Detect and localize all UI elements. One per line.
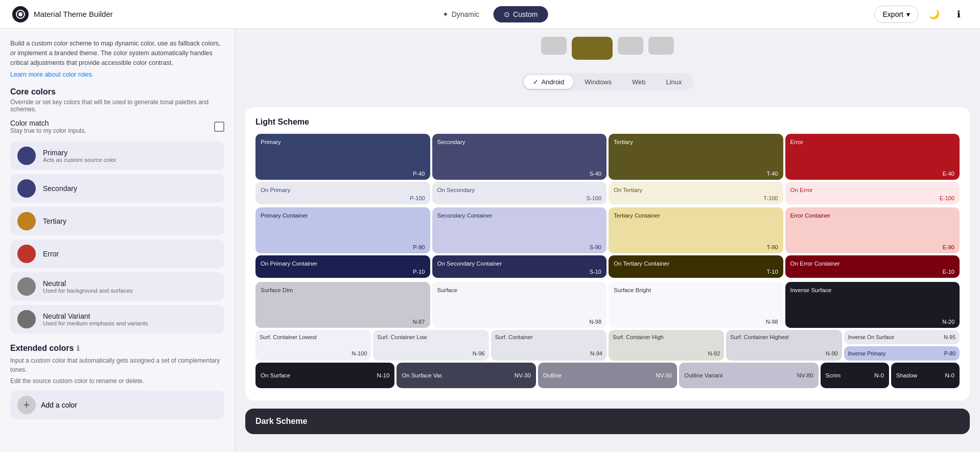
sc-mid-cell: Surf. Container N-94 [491, 330, 606, 361]
on-primary-code: P-100 [410, 195, 425, 201]
phone-mockup-2 [572, 37, 613, 60]
color-match-checkbox[interactable] [214, 122, 224, 132]
primary-color-swatch [17, 147, 36, 165]
on-error-container-label: On Error Container [790, 260, 955, 267]
color-item-neutral[interactable]: Neutral Used for background and surfaces [10, 272, 224, 301]
tertiary-container-cell: Tertiary Container T-90 [609, 207, 783, 253]
chevron-down-icon: ▾ [906, 10, 910, 18]
surface-bright-label: Surface Bright [614, 287, 778, 293]
sc-lowest-label: Surf. Container Lowest [260, 334, 367, 340]
outline-variant-code: NV-80 [797, 372, 813, 378]
outline-code: NV-50 [656, 372, 672, 378]
on-primary-container-cell: On Primary Container P-10 [255, 255, 430, 278]
neutral-variant-color-name: Neutral Variant [43, 312, 148, 320]
inverse-surface-code: N-20 [942, 319, 954, 325]
error-color-swatch [17, 245, 36, 263]
on-error-container-cell: On Error Container E-10 [785, 255, 960, 278]
custom-label: Custom [513, 10, 538, 18]
inverse-on-surface-code: N-95 [944, 334, 955, 340]
color-item-primary[interactable]: Primary Acts as custom source color [10, 141, 224, 170]
color-item-tertiary[interactable]: Tertiary [10, 207, 224, 235]
dark-scheme-card: Dark Scheme [245, 409, 970, 434]
color-match-sub: Stay true to my color inputs. [10, 127, 86, 134]
tab-linux[interactable]: Linux [657, 75, 691, 89]
outline-label: Outline [543, 372, 562, 378]
surf-container-row: Surf. Container Lowest N-100 Surf. Conta… [255, 330, 960, 361]
info-icon: ℹ [957, 9, 961, 20]
extended-section: Extended colors ℹ Input a custom color t… [10, 344, 224, 419]
surface-label: Surface [437, 287, 602, 293]
neutral-color-desc: Used for background and surfaces [43, 288, 133, 294]
add-color-label: Add a color [41, 401, 77, 409]
error-cell: Error E-40 [785, 134, 960, 180]
on-surface-var-label: On Surface Var. [402, 372, 443, 378]
color-item-error[interactable]: Error [10, 240, 224, 268]
logo [12, 6, 29, 22]
sc-high-cell: Surf. Container High N-92 [609, 330, 724, 361]
info-button[interactable]: ℹ [949, 5, 968, 23]
sc-highest-cell: Surf. Container Highest N-90 [726, 330, 842, 361]
tertiary-container-label: Tertiary Container [614, 212, 778, 219]
error-container-label: Error Container [790, 212, 955, 219]
inverse-stack: Inverse On Surface N-95 Inverse Primary … [844, 330, 960, 361]
on-secondary-label: On Secondary [437, 187, 602, 193]
core-colors-subtitle: Override or set key colors that will be … [10, 99, 224, 113]
svg-point-1 [18, 12, 22, 16]
shadow-cell: Shadow N-0 [891, 363, 960, 388]
error-container-code: E-90 [943, 244, 954, 250]
tab-windows[interactable]: Windows [575, 75, 621, 89]
color-match-row: Color match Stay true to my color inputs… [10, 119, 224, 134]
secondary-color-name: Secondary [43, 184, 77, 193]
add-icon: + [17, 396, 36, 414]
outline-variant-cell: Outline Variant NV-80 [679, 363, 818, 388]
nav-custom-button[interactable]: ⊙ Custom [494, 6, 548, 22]
header-left: Material Theme Builder [12, 6, 113, 22]
sc-lowest-cell: Surf. Container Lowest N-100 [255, 330, 371, 361]
inverse-surface-label: Inverse Surface [790, 287, 955, 293]
secondary-cell: Secondary S-40 [432, 134, 607, 180]
neutral-color-swatch [17, 277, 36, 296]
extended-title: Extended colors ℹ [10, 344, 224, 353]
color-item-secondary[interactable]: Secondary [10, 174, 224, 203]
scrim-cell: Scrim N-0 [821, 363, 889, 388]
primary-color-name: Primary [43, 149, 116, 157]
on-surface-var-code: NV-30 [515, 372, 531, 378]
extended-subtitle1: Input a custom color that automatically … [10, 356, 224, 374]
info-small-icon: ℹ [77, 344, 79, 352]
secondary-cell-code: S-40 [590, 171, 601, 177]
color-item-neutral-variant[interactable]: Neutral Variant Used for medium emphasis… [10, 305, 224, 334]
outline-cell: Outline NV-50 [538, 363, 677, 388]
theme-toggle-button[interactable]: 🌙 [925, 5, 943, 23]
scheme-row-1b: On Primary P-100 On Secondary S-100 On T… [255, 182, 960, 204]
tab-android[interactable]: ✓ Android [524, 75, 573, 89]
tertiary-container-code: T-90 [766, 244, 778, 250]
on-tertiary-code: T-100 [763, 195, 778, 201]
inverse-surface-cell: Inverse Surface N-20 [785, 282, 960, 328]
inverse-primary-cell: Inverse Primary P-80 [844, 346, 960, 361]
on-error-label: On Error [790, 187, 955, 193]
phone-mockup-3 [618, 37, 643, 55]
on-tertiary-container-cell: On Tertiary Container T-10 [609, 255, 783, 278]
phone-mockups [541, 37, 674, 60]
sidebar-link[interactable]: Learn more about color roles. [10, 71, 94, 78]
primary-cell-code: P-40 [413, 171, 425, 177]
nav-dynamic-button[interactable]: ✦ Dynamic [432, 6, 489, 22]
on-tertiary-label: On Tertiary [614, 187, 778, 193]
content-area: ✓ Android Windows Web Linux Light Scheme… [235, 29, 980, 452]
scrim-shadow-row: Scrim N-0 Shadow N-0 [821, 363, 960, 388]
sc-mid-code: N-94 [495, 350, 602, 356]
phone-mockup-1 [541, 37, 567, 55]
tertiary-color-name: Tertiary [43, 217, 66, 225]
tab-web[interactable]: Web [623, 75, 655, 89]
export-button[interactable]: Export ▾ [874, 6, 919, 23]
custom-icon: ⊙ [504, 10, 510, 18]
inverse-primary-label: Inverse Primary [848, 350, 886, 356]
sc-low-code: N-96 [377, 350, 484, 356]
main-layout: Build a custom color scheme to map dynam… [0, 29, 980, 452]
add-color-button[interactable]: + Add a color [10, 391, 224, 419]
sc-highest-label: Surf. Container Highest [730, 334, 837, 340]
on-error-cell: On Error E-100 [785, 182, 960, 204]
surface-code: N-98 [589, 319, 601, 325]
on-error-container-code: E-10 [943, 269, 954, 275]
sc-low-cell: Surf. Container Low N-96 [373, 330, 488, 361]
